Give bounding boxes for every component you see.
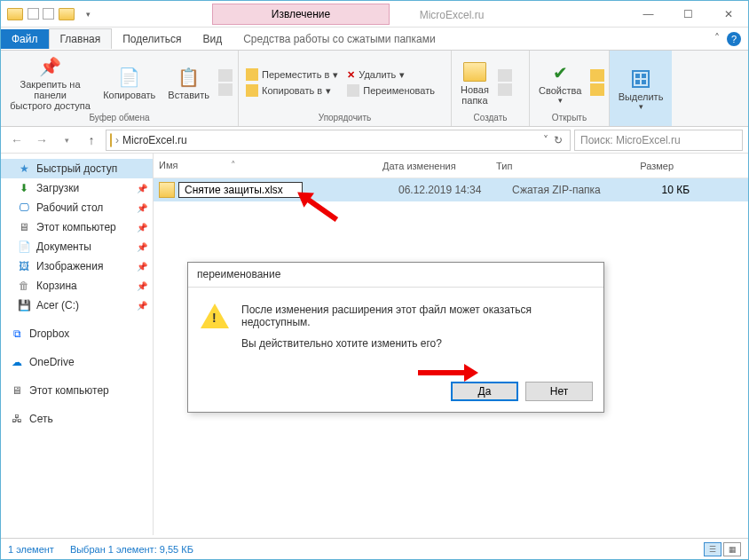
folder-open-icon[interactable] — [58, 5, 75, 23]
sidebar-network[interactable]: 🖧Сеть — [1, 409, 153, 429]
ribbon-tabs: Файл Главная Поделиться Вид Средства раб… — [1, 28, 748, 51]
copy-button[interactable]: 📄 Копировать — [99, 63, 159, 102]
open-icon[interactable] — [590, 69, 604, 82]
column-size[interactable]: Размер — [620, 161, 691, 171]
rename-button[interactable]: Переименовать — [345, 83, 437, 98]
move-icon — [246, 68, 258, 81]
paste-icon: 📋 — [177, 65, 201, 90]
chevron-right-icon[interactable]: › — [115, 134, 119, 146]
dialog-message-1: После изменения расширения этот файл мож… — [241, 304, 591, 328]
file-type: Сжатая ZIP-папка — [512, 184, 636, 196]
move-to-button[interactable]: Переместить в▾ — [244, 67, 340, 82]
close-button[interactable]: ✕ — [708, 1, 748, 28]
new-folder-button[interactable]: Новая папка — [457, 58, 493, 107]
yes-button[interactable]: Да — [451, 382, 518, 401]
paste-button[interactable]: 📋 Вставить — [164, 63, 213, 102]
pin-icon: 📌 — [137, 223, 147, 233]
file-date: 06.12.2019 14:34 — [398, 184, 512, 196]
sidebar-drive-c[interactable]: 💾Acer (C:)📌 — [1, 296, 153, 315]
group-open-label: Открыть — [535, 113, 603, 124]
qat-checkbox-icon[interactable] — [28, 8, 39, 20]
pin-icon: 📌 — [137, 242, 147, 252]
up-button[interactable]: ↑ — [81, 130, 102, 151]
pin-icon: 📌 — [137, 281, 147, 291]
tab-share[interactable]: Поделиться — [112, 29, 192, 49]
search-input[interactable]: Поиск: MicroExcel.ru — [574, 130, 743, 151]
select-icon — [628, 67, 653, 91]
breadcrumb[interactable]: › MicroExcel.ru ˅ ↻ — [106, 130, 571, 151]
onedrive-icon: ☁ — [10, 355, 24, 369]
zip-file-icon — [159, 182, 175, 198]
qat-dropdown-icon[interactable]: ▾ — [79, 5, 97, 23]
status-item-count: 1 элемент — [8, 544, 54, 555]
group-create-label: Создать — [457, 113, 524, 124]
sidebar-onedrive[interactable]: ☁OneDrive — [1, 352, 153, 372]
titlebar: ▾ Извлечение MicroExcel.ru — ☐ ✕ — [1, 1, 748, 28]
sidebar-documents[interactable]: 📄Документы📌 — [1, 237, 153, 256]
maximize-button[interactable]: ☐ — [668, 1, 708, 28]
qat-checkbox2-icon[interactable] — [43, 8, 54, 20]
column-headers: Имя˄ Дата изменения Тип Размер — [154, 154, 748, 178]
pictures-icon: 🖼 — [17, 259, 31, 273]
sidebar-thispc[interactable]: 🖥Этот компьютер — [1, 381, 153, 400]
window-title: MicroExcel.ru — [390, 4, 514, 25]
recycle-icon: 🗑 — [17, 279, 31, 293]
forward-button[interactable]: → — [31, 130, 52, 151]
address-bar: ← → ▾ ↑ › MicroExcel.ru ˅ ↻ Поиск: Micro… — [1, 127, 748, 154]
copy-icon: 📄 — [117, 65, 142, 90]
easy-access-icon[interactable] — [498, 83, 512, 96]
rename-icon — [347, 84, 359, 97]
icons-view-icon[interactable]: ▦ — [723, 542, 741, 556]
quick-access-toolbar: ▾ — [1, 5, 97, 23]
sort-asc-icon: ˄ — [231, 160, 236, 170]
details-view-icon[interactable]: ☰ — [704, 542, 721, 556]
pc-icon: 🖥 — [10, 383, 24, 398]
tab-compressed-tools[interactable]: Средства работы со сжатыми папками — [233, 29, 446, 49]
back-button[interactable]: ← — [6, 130, 28, 151]
copy-path-icon[interactable] — [218, 69, 233, 82]
help-icon[interactable]: ? — [727, 32, 741, 46]
delete-button[interactable]: ✕Удалить▾ — [345, 68, 437, 82]
column-name[interactable]: Имя˄ — [159, 160, 382, 171]
tab-home[interactable]: Главная — [49, 28, 113, 49]
sidebar-desktop[interactable]: 🖵Рабочий стол📌 — [1, 198, 153, 217]
network-icon: 🖧 — [10, 412, 24, 426]
select-button[interactable]: Выделить ▾ — [615, 65, 667, 113]
recent-dropdown-icon[interactable]: ▾ — [56, 130, 77, 151]
pc-icon: 🖥 — [17, 220, 31, 234]
sidebar-thispc-pinned[interactable]: 🖥Этот компьютер📌 — [1, 217, 153, 237]
sidebar-downloads[interactable]: ⬇Загрузки📌 — [1, 178, 153, 198]
file-row[interactable]: Снятие защиты.xlsx 06.12.2019 14:34 Сжат… — [154, 178, 748, 201]
column-date[interactable]: Дата изменения — [382, 161, 496, 171]
properties-button[interactable]: ✔ Свойства ▾ — [535, 59, 585, 106]
dropbox-icon: ⧉ — [10, 327, 24, 341]
minimize-button[interactable]: — — [628, 1, 668, 28]
refresh-icon[interactable]: ↻ — [554, 134, 563, 146]
properties-icon: ✔ — [548, 60, 572, 85]
sidebar-pictures[interactable]: 🖼Изображения📌 — [1, 256, 153, 276]
pin-to-quick-access-button[interactable]: 📌 Закрепить на панели быстрого доступа — [6, 52, 94, 113]
pin-icon: 📌 — [137, 262, 147, 272]
ribbon-expand-icon[interactable]: ˄ — [714, 32, 720, 46]
sidebar-dropbox[interactable]: ⧉Dropbox — [1, 324, 153, 343]
new-item-icon[interactable] — [498, 69, 512, 82]
copy-to-icon — [246, 84, 258, 97]
rename-input[interactable]: Снятие защиты.xlsx — [178, 182, 303, 198]
sidebar-recycle[interactable]: 🗑Корзина📌 — [1, 276, 153, 296]
tab-view[interactable]: Вид — [192, 29, 233, 49]
rename-confirm-dialog: переименование ! После изменения расшире… — [187, 262, 604, 413]
status-bar: 1 элемент Выбран 1 элемент: 9,55 КБ ☰ ▦ — [1, 538, 748, 559]
tab-file[interactable]: Файл — [1, 29, 49, 49]
breadcrumb-item[interactable]: MicroExcel.ru — [122, 134, 187, 146]
copy-to-button[interactable]: Копировать в▾ — [244, 83, 340, 98]
paste-shortcut-icon[interactable] — [218, 83, 233, 96]
annotation-arrow — [418, 370, 466, 375]
sidebar-quick-access[interactable]: ★Быстрый доступ — [1, 159, 153, 178]
folder-icon — [6, 5, 24, 23]
no-button[interactable]: Нет — [525, 382, 593, 401]
address-dropdown-icon[interactable]: ˅ — [543, 134, 548, 146]
drive-icon: 💾 — [17, 298, 31, 312]
history-icon[interactable] — [590, 83, 604, 96]
document-icon: 📄 — [17, 240, 31, 254]
column-type[interactable]: Тип — [496, 161, 620, 171]
